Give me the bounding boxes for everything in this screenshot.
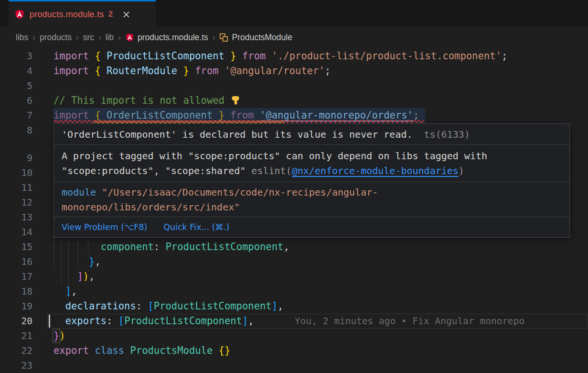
line-number: 22 — [0, 343, 32, 358]
chevron-right-icon: › — [98, 33, 101, 43]
line-number: 11 — [0, 180, 32, 195]
code-line-7[interactable]: 7import { OrderListComponent } from '@an… — [0, 108, 588, 123]
line-number: 4 — [0, 64, 32, 78]
git-blame-annotation: You, 2 minutes ago • Fix Angular monorep… — [295, 314, 524, 329]
tab-bar: products.module.ts 2 — [0, 0, 588, 27]
code-text: import { ProductListComponent } from './… — [53, 49, 507, 64]
tab-title: products.module.ts — [30, 10, 104, 20]
line-number: 14 — [0, 225, 32, 240]
text-cursor — [49, 315, 50, 328]
code-text: ]), — [53, 269, 95, 284]
line-number: 19 — [0, 299, 32, 314]
code-line-4[interactable]: 4import { RouterModule } from '@angular/… — [0, 64, 588, 78]
code-line-17[interactable]: 17 ]), — [0, 269, 588, 284]
breadcrumb-libs[interactable]: libs — [16, 33, 28, 43]
chevron-right-icon: › — [76, 33, 79, 43]
hover-action-bar: View Problem (⌥F8) Quick Fix... (⌘.) — [54, 217, 569, 237]
view-problem-action[interactable]: View Problem (⌥F8) — [62, 222, 147, 232]
breadcrumb-lib[interactable]: lib — [106, 33, 114, 43]
chevron-right-icon: › — [118, 33, 121, 43]
breadcrumb-src[interactable]: src — [83, 33, 94, 43]
code-text: ], — [53, 284, 77, 299]
breadcrumb-file[interactable]: products.module.ts — [125, 33, 208, 43]
code-line-15[interactable]: 15 component: ProductListComponent, — [0, 240, 588, 254]
line-number: 20 — [0, 314, 32, 329]
ts-error-message: 'OrderListComponent' is declared but its… — [54, 124, 569, 145]
pointing-down-hand-icon — [230, 95, 241, 106]
line-number: 23 — [0, 358, 32, 373]
code-text: exports: [ProductListComponent], — [53, 314, 254, 329]
angular-icon — [125, 33, 134, 42]
code-text: component: ProductListComponent, — [53, 240, 289, 254]
ts-error-code: ts(6133) — [418, 129, 470, 140]
line-number: 8 — [0, 123, 32, 138]
code-line-18[interactable]: 18 ], — [0, 284, 588, 299]
chevron-right-icon: › — [213, 33, 215, 43]
tab-error-count-badge: 2 — [108, 10, 113, 19]
error-hover-popup: 'OrderListComponent' is declared but its… — [53, 123, 570, 238]
chevron-right-icon: › — [32, 33, 35, 43]
line-number: 16 — [0, 254, 32, 269]
code-text: // This import is not allowed — [53, 93, 241, 108]
line-number: 13 — [0, 210, 32, 225]
code-line-21[interactable]: 21}) — [0, 329, 588, 343]
code-text: }, — [53, 254, 101, 269]
line-number: 17 — [0, 269, 32, 284]
line-number: 6 — [0, 93, 32, 108]
line-number: 15 — [0, 240, 32, 254]
line-number: 3 — [0, 49, 32, 64]
breadcrumb: libs › products › src › lib › products.m… — [0, 27, 588, 48]
breadcrumb-symbol[interactable]: ProductsModule — [219, 33, 292, 43]
code-editor[interactable]: 3import { ProductListComponent } from '.… — [0, 48, 588, 373]
line-number: 5 — [0, 78, 32, 93]
code-line-19[interactable]: 19 declarations: [ProductListComponent], — [0, 299, 588, 314]
line-number: 18 — [0, 284, 32, 299]
code-line-3[interactable]: 3import { ProductListComponent } from '.… — [0, 49, 588, 64]
eslint-rule-link[interactable]: @nx/enforce-module-boundaries — [292, 165, 459, 176]
code-text: import { RouterModule } from '@angular/r… — [53, 64, 331, 78]
code-text: }) — [53, 329, 65, 343]
code-line-22[interactable]: 22export class ProductsModule {} — [0, 343, 588, 358]
code-text: export class ProductsModule {} — [53, 343, 230, 358]
line-number: 12 — [0, 195, 32, 210]
error-squiggle — [53, 120, 425, 123]
class-symbol-icon — [219, 33, 228, 42]
tab-products-module[interactable]: products.module.ts 2 — [9, 0, 156, 27]
breadcrumb-products[interactable]: products — [40, 33, 72, 43]
line-number: 10 — [0, 165, 32, 180]
code-line-16[interactable]: 16 }, — [0, 254, 588, 269]
eslint-error-message: A project tagged with "scope:products" c… — [54, 145, 569, 182]
code-line-23[interactable]: 23 — [0, 358, 588, 373]
angular-icon — [14, 9, 25, 20]
line-number: 9 — [0, 151, 32, 165]
quick-fix-action[interactable]: Quick Fix... (⌘.) — [163, 222, 229, 232]
code-line-6[interactable]: 6// This import is not allowed — [0, 93, 588, 108]
close-icon[interactable] — [120, 9, 132, 20]
line-number: 21 — [0, 329, 32, 343]
code-text: declarations: [ProductListComponent], — [53, 299, 283, 314]
code-line-5[interactable]: 5 — [0, 78, 588, 93]
line-number: 7 — [0, 108, 32, 123]
module-path-message: module "/Users/isaac/Documents/code/nx-r… — [54, 182, 569, 217]
